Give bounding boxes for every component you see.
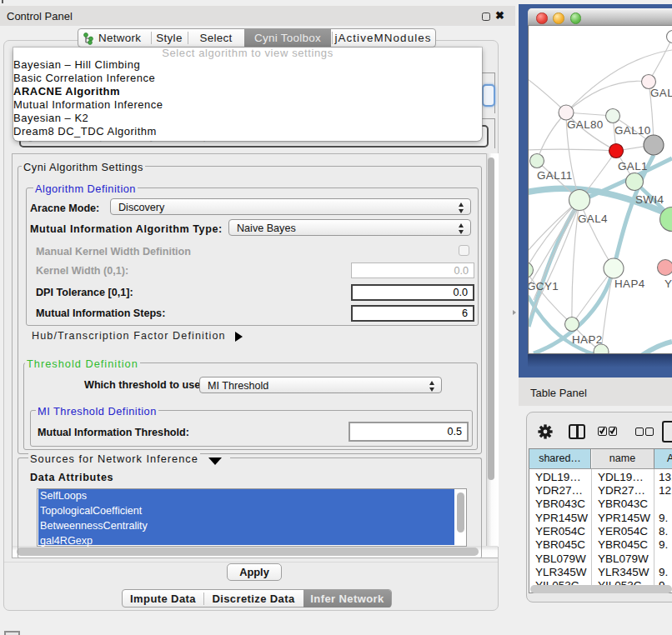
svg-text:GAL10: GAL10 bbox=[614, 124, 651, 137]
svg-text:GAL4: GAL4 bbox=[578, 212, 608, 225]
svg-text:HAP2: HAP2 bbox=[572, 333, 603, 346]
svg-text:GCY1: GCY1 bbox=[529, 280, 559, 292]
svg-text:HAP4: HAP4 bbox=[614, 278, 645, 290]
svg-text:GAL1: GAL1 bbox=[618, 160, 648, 172]
svg-text:GAL7: GAL7 bbox=[650, 87, 672, 99]
svg-text:SWI4: SWI4 bbox=[635, 193, 664, 206]
svg-text:GAL11: GAL11 bbox=[537, 169, 573, 182]
svg-text:YDR: YDR bbox=[664, 278, 672, 290]
svg-text:GAL80: GAL80 bbox=[567, 118, 604, 131]
